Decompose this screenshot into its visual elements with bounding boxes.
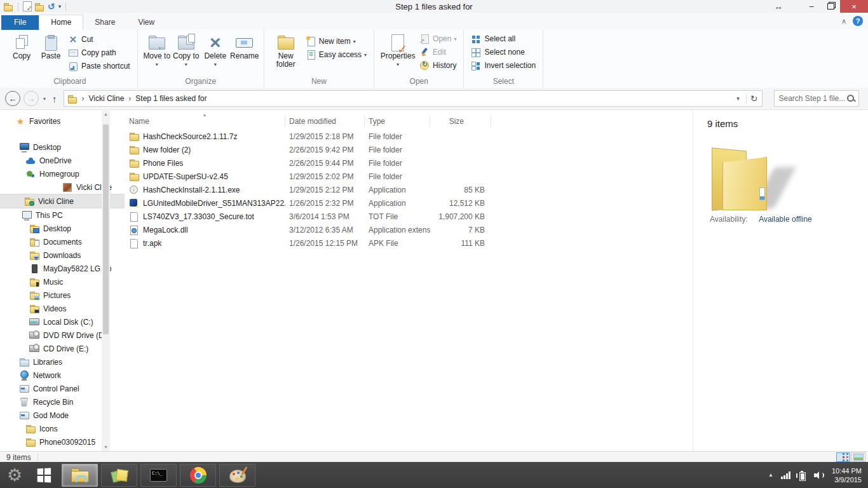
sidebar-item-local-disk-c[interactable]: Local Disk (C:) xyxy=(0,315,118,329)
column-header-type[interactable]: Type xyxy=(365,116,430,127)
close-button[interactable]: × xyxy=(840,0,868,13)
taskbar-chrome[interactable] xyxy=(180,464,216,487)
search-input[interactable] xyxy=(775,94,846,103)
sidebar-item-favorites[interactable]: Favorites xyxy=(0,114,118,128)
move-to-button[interactable]: ← Move to ▾ xyxy=(143,32,171,70)
sidebar-item-libraries[interactable]: Libraries xyxy=(0,355,118,369)
tab-share[interactable]: Share xyxy=(83,15,126,30)
tab-home[interactable]: Home xyxy=(39,15,83,30)
taskbar-sticky-notes[interactable] xyxy=(101,464,137,487)
properties-button[interactable]: Properties ▾ xyxy=(379,32,416,70)
scroll-down-icon[interactable]: ▾ xyxy=(102,442,110,451)
edit-button[interactable]: Edit xyxy=(417,46,458,58)
taskbar-command-prompt[interactable]: C:\_ xyxy=(140,464,177,487)
taskbar-file-explorer[interactable] xyxy=(62,464,98,487)
rename-button[interactable]: Rename xyxy=(231,32,259,62)
sidebar-item-downloads[interactable]: Downloads xyxy=(0,248,118,262)
select-all-button[interactable]: Select all xyxy=(469,33,538,44)
sidebar-item-control-panel[interactable]: Control Panel xyxy=(0,382,118,395)
delete-button[interactable]: × Delete ▾ xyxy=(201,32,229,70)
sidebar-item-homegroup[interactable]: Homegroup xyxy=(0,167,118,180)
copy-path-button[interactable]: Copy path xyxy=(66,47,132,58)
tab-file[interactable]: File xyxy=(1,15,39,30)
dropdown-icon: ▾ xyxy=(214,60,217,69)
sidebar-item-phone03092015[interactable]: Phone03092015 xyxy=(0,435,118,449)
minimize-ribbon-icon[interactable]: ∧ xyxy=(841,17,846,25)
easy-access-button[interactable]: Easy access ▾ xyxy=(304,49,369,60)
breadcrumb-current-folder[interactable]: Step 1 files asked for xyxy=(135,94,207,103)
open-button[interactable]: Open ▾ xyxy=(417,33,458,44)
scroll-up-icon[interactable]: ▴ xyxy=(102,109,110,118)
file-row[interactable]: MegaLock.dll 3/12/2012 6:35 AM Applicati… xyxy=(125,223,693,236)
tab-view[interactable]: View xyxy=(126,15,166,30)
help-icon[interactable]: ? xyxy=(853,16,863,26)
sidebar-item-mayday-phone[interactable]: MayDay5822 LG Vo xyxy=(0,262,118,275)
sidebar-item-pictures[interactable]: Pictures xyxy=(0,288,118,302)
installer-icon xyxy=(129,185,139,195)
address-bar[interactable]: › Vicki Cline › Step 1 files asked for ▾… xyxy=(64,90,763,107)
details-view-button[interactable] xyxy=(836,452,850,462)
sidebar-item-dvd-drive-d[interactable]: DVD RW Drive (D:) xyxy=(0,329,118,342)
file-icon xyxy=(129,212,139,222)
pictures-folder-icon xyxy=(29,290,39,301)
rename-icon xyxy=(234,33,255,52)
sidebar-item-homegroup-user[interactable]: Vicki Cline xyxy=(0,180,118,194)
column-header-date-modified[interactable]: Date modified xyxy=(285,116,365,127)
taskbar-clock[interactable]: 10:44 PM 3/9/2015 xyxy=(832,466,862,484)
sidebar-item-icons[interactable]: Icons xyxy=(0,422,118,435)
gear-icon[interactable]: ⚙ xyxy=(0,462,29,488)
file-row[interactable]: LGUnitedMobileDriver_S51MAN313AP22... 1/… xyxy=(125,196,693,210)
sidebar-scrollbar[interactable]: ▴ ▾ xyxy=(102,109,110,451)
sidebar-item-music[interactable]: Music xyxy=(0,275,118,288)
breadcrumb-vicki-cline[interactable]: Vicki Cline xyxy=(89,94,125,103)
taskbar-paint[interactable] xyxy=(219,464,255,487)
new-item-button[interactable]: New item ▾ xyxy=(304,36,369,47)
up-button[interactable]: ↑ xyxy=(52,93,57,104)
sidebar-item-recycle-bin[interactable]: Recycle Bin xyxy=(0,395,118,409)
sidebar-item-videos[interactable]: Videos xyxy=(0,302,118,315)
file-row[interactable]: New folder (2) 2/26/2015 9:42 PM File fo… xyxy=(125,143,693,156)
copy-button[interactable]: Copy xyxy=(8,32,36,62)
sidebar-item-onedrive[interactable]: OneDrive xyxy=(0,154,118,167)
minimize-button[interactable]: – xyxy=(802,0,821,13)
sidebar-item-network[interactable]: Network xyxy=(0,369,118,382)
sidebar-item-desktop-folder[interactable]: Desktop xyxy=(0,222,118,235)
start-button[interactable] xyxy=(29,462,58,488)
status-bar: 9 items xyxy=(0,451,868,463)
copy-to-button[interactable]: Copy to ▾ xyxy=(172,32,200,70)
show-hidden-icons[interactable]: ▲ xyxy=(768,472,773,478)
select-none-button[interactable]: Select none xyxy=(469,46,538,58)
network-signal-icon[interactable] xyxy=(781,471,790,479)
history-button[interactable]: History xyxy=(417,60,458,71)
refresh-icon[interactable]: ↻ xyxy=(747,91,762,106)
column-header-size[interactable]: Size xyxy=(430,116,491,127)
sidebar-item-cd-drive-e[interactable]: CD Drive (E:) xyxy=(0,342,118,355)
file-row[interactable]: HashCheckInstall-2.1.11.exe 1/29/2015 2:… xyxy=(125,183,693,196)
file-row[interactable]: Phone Files 2/26/2015 9:44 PM File folde… xyxy=(125,156,693,170)
paste-shortcut-button[interactable]: Paste shortcut xyxy=(66,60,132,72)
new-folder-button[interactable]: New folder xyxy=(269,32,302,70)
battery-icon[interactable] xyxy=(798,470,806,480)
volume-icon[interactable] xyxy=(814,471,824,480)
large-icons-view-button[interactable] xyxy=(851,452,865,462)
file-row[interactable]: LS740ZV3_17.33030_Secure.tot 3/6/2014 1:… xyxy=(125,210,693,223)
invert-selection-button[interactable]: Invert selection xyxy=(469,60,538,71)
cut-button[interactable]: Cut xyxy=(66,34,132,45)
search-box[interactable] xyxy=(774,90,859,107)
paste-button[interactable]: Paste xyxy=(37,32,65,62)
sidebar-item-documents[interactable]: Documents xyxy=(0,235,118,248)
back-button[interactable]: ← xyxy=(5,91,20,106)
address-dropdown-icon[interactable]: ▾ xyxy=(731,91,746,106)
sidebar-item-this-pc[interactable]: This PC xyxy=(0,208,118,222)
resize-icon[interactable]: ↔ xyxy=(769,0,788,13)
file-row[interactable]: HashCheckSource2.1.11.7z 1/29/2015 2:18 … xyxy=(125,130,693,143)
sidebar-item-desktop[interactable]: Desktop xyxy=(0,140,118,154)
forward-button[interactable]: → xyxy=(24,91,39,106)
recent-locations-icon[interactable]: ▾ xyxy=(43,96,46,102)
restore-button[interactable] xyxy=(821,0,840,13)
file-row[interactable]: tr.apk 1/26/2015 12:15 PM APK File 111 K… xyxy=(125,236,693,250)
file-row[interactable]: UPDATE-SuperSU-v2.45 1/29/2015 2:02 PM F… xyxy=(125,170,693,183)
scrollbar-thumb[interactable] xyxy=(103,125,109,334)
sidebar-item-god-mode[interactable]: God Mode xyxy=(0,409,118,422)
search-icon[interactable] xyxy=(846,93,856,104)
